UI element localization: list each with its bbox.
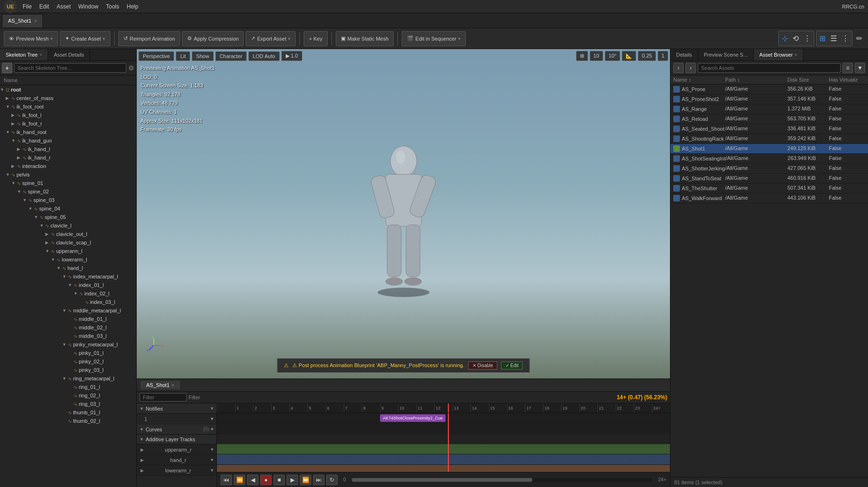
export-asset-button[interactable]: ↗ Export Asset ▾ — [246, 31, 296, 46]
tree-item[interactable]: ▼∿clavicle_l — [0, 221, 136, 230]
tree-item[interactable]: ▼∿ik_foot_root — [0, 102, 136, 111]
tree-item[interactable]: ▼∿ring_metacarpal_l — [0, 374, 136, 383]
tree-item[interactable]: ▶∿ik_foot_r — [0, 119, 136, 128]
tree-item[interactable]: ▼∿hand_l — [0, 264, 136, 272]
viewport-icon[interactable]: ⊞ — [818, 32, 827, 45]
curves-add-icon[interactable]: ▾ — [211, 426, 214, 432]
timeline-scroll-thumb[interactable] — [352, 478, 532, 482]
asset-row[interactable]: AS_ProneShot2/All/Game357.146 KiBFalse — [670, 94, 868, 104]
settings-icon[interactable]: ⋮ — [802, 32, 813, 45]
asset-row[interactable]: AS_Shot1/All/Game249.125 KiBFalse — [670, 144, 868, 154]
tree-item[interactable]: ▶∿ik_hand_r — [0, 153, 136, 162]
grid-angle-value[interactable]: 10° — [605, 51, 620, 61]
asset-row[interactable]: AS_Seated_Shoot/All/Game336.481 KiBFalse — [670, 124, 868, 134]
select-mode-icon[interactable]: ⊹ — [780, 32, 790, 45]
play-back-button[interactable]: ◀ — [247, 475, 258, 485]
tree-item[interactable]: ▼⊡root — [0, 85, 136, 94]
preview-mesh-button[interactable]: 👁 Preview Mesh ▾ — [4, 31, 58, 46]
asset-browser-close[interactable]: × — [794, 52, 797, 57]
tree-item[interactable]: ∿middle_01_l — [0, 315, 136, 323]
play-button[interactable]: ▶ — [287, 475, 298, 485]
asset-row[interactable]: AS_ShotterJerking/All/Game427.065 KiBFal… — [670, 164, 868, 174]
tree-item[interactable]: ▶∿clavicle_scap_l — [0, 238, 136, 247]
tree-item[interactable]: ▼∿middle_metacarpal_l — [0, 306, 136, 315]
asset-row[interactable]: AS_Reload/All/Game563.705 KiBFalse — [670, 114, 868, 124]
asset-view-options[interactable]: ≡ — [843, 63, 853, 73]
tree-item[interactable]: ▼∿ik_hand_gun — [0, 136, 136, 145]
nav-back-button[interactable]: ‹ — [673, 63, 684, 73]
col-virt[interactable]: Has Virtualiz — [829, 77, 865, 83]
details-tab[interactable]: Details — [670, 49, 698, 60]
asset-row[interactable]: AS_TheShutter/All/Game507.341 KiBFalse — [670, 184, 868, 193]
scale-value[interactable]: 0.25 — [638, 51, 655, 61]
tree-item[interactable]: ▼∿ik_hand_root — [0, 128, 136, 136]
asset-row[interactable]: AS_StandToSeat/All/Game460.916 KiBFalse — [670, 174, 868, 184]
tree-item[interactable]: ▼∿index_metacarpal_l — [0, 272, 136, 281]
notifies-sub-btn[interactable]: ▾ — [211, 416, 214, 422]
track-lanes[interactable]: AK74ShotCloseProximity2_Cue — [217, 413, 670, 472]
character-button[interactable]: Character — [215, 51, 247, 61]
timeline-tab-close[interactable]: × — [172, 382, 174, 388]
tree-item[interactable]: ▶∿ik_foot_l — [0, 111, 136, 119]
notifies-header[interactable]: ▼ Notifies ▾ — [137, 403, 216, 414]
step-fwd-button[interactable]: ⏩ — [300, 475, 311, 485]
menu-help[interactable]: Help — [127, 3, 139, 10]
menu-tools[interactable]: Tools — [106, 3, 119, 10]
goto-start-button[interactable]: ⏮ — [221, 475, 232, 485]
menu-edit[interactable]: Edit — [39, 3, 49, 10]
add-bone-button[interactable]: + — [2, 63, 12, 73]
tree-item[interactable]: ∿thumb_02_l — [0, 417, 136, 425]
asset-tab-close[interactable]: × — [34, 18, 37, 24]
more-icon[interactable]: ⋮ — [840, 32, 851, 45]
tree-item[interactable]: ∿ring_01_l — [0, 383, 136, 391]
show-button[interactable]: Show — [192, 51, 214, 61]
tree-item[interactable]: ▼∿spine_05 — [0, 213, 136, 221]
edit-in-sequencer-button[interactable]: 🎬 Edit in Sequencer ▾ — [402, 31, 466, 46]
edit-warning-button[interactable]: ✓ Edit — [501, 361, 523, 369]
grid-size-value[interactable]: 10 — [590, 51, 603, 61]
create-asset-button[interactable]: ✦ Create Asset ▾ — [60, 31, 110, 46]
asset-filter-button[interactable]: ▼ — [855, 63, 865, 73]
tree-item[interactable]: ▼∿lowerarm_l — [0, 255, 136, 264]
tree-item[interactable]: ▶∿interaction — [0, 162, 136, 170]
skeleton-tree-close[interactable]: × — [40, 52, 42, 57]
asset-tab[interactable]: AS_Shot1 × — [2, 14, 43, 27]
additive-layer-header[interactable]: ▼ Additive Layer Tracks — [137, 435, 216, 445]
lod-auto-button[interactable]: LOD Auto — [248, 51, 280, 61]
record-button[interactable]: ● — [260, 475, 272, 485]
tree-item[interactable]: ▶∿clavicle_out_l — [0, 230, 136, 238]
lit-button[interactable]: Lit — [176, 51, 190, 61]
preview-scene-tab[interactable]: Preview Scene S... — [698, 49, 754, 60]
tree-item[interactable]: ∿pinky_01_l — [0, 349, 136, 357]
track-hand-expand[interactable]: ▶ — [141, 458, 144, 462]
timeline-ruler[interactable]: 123456789101112131415161718192021222324+ — [217, 403, 670, 413]
asset-row[interactable]: AS_Range/All/Game1.372 MiBFalse — [670, 104, 868, 114]
tree-item[interactable]: ▼∿upperarm_l — [0, 247, 136, 255]
tree-item[interactable]: ▼∿spine_03 — [0, 196, 136, 204]
skeleton-settings-icon[interactable]: ⚙ — [128, 64, 134, 72]
tree-item[interactable]: ∿ring_03_l — [0, 400, 136, 408]
step-back-button[interactable]: ⏪ — [234, 475, 245, 485]
timeline-scrollbar[interactable] — [352, 478, 653, 482]
perspective-button[interactable]: Perspective — [139, 51, 174, 61]
tree-item[interactable]: ∿ring_02_l — [0, 391, 136, 400]
tree-item[interactable]: ▼∿pelvis — [0, 170, 136, 179]
asset-row[interactable]: AS_ShotSeatingInt/All/Game263.949 KiBFal… — [670, 154, 868, 164]
track-lowerarm-expand[interactable]: ▶ — [141, 468, 144, 473]
transform-icon[interactable]: ⟲ — [791, 32, 801, 45]
viewport[interactable]: Perspective Lit Show Character LOD Auto … — [137, 49, 670, 378]
timeline-search-input[interactable] — [140, 393, 187, 402]
skeleton-search-input[interactable] — [14, 63, 126, 73]
disable-button[interactable]: ✕ Disable — [468, 361, 497, 369]
reimport-button[interactable]: ↺ Reimport Animation — [118, 31, 180, 46]
tree-item[interactable]: ∿index_03_l — [0, 298, 136, 306]
tree-item[interactable]: ▼∿spine_01 — [0, 179, 136, 187]
asset-browser-tab[interactable]: Asset Browser × — [754, 49, 803, 60]
tree-item[interactable]: ▶∿center_of_mass — [0, 94, 136, 102]
list-icon[interactable]: ☰ — [828, 32, 839, 45]
tree-item[interactable]: ∿middle_03_l — [0, 332, 136, 340]
asset-row[interactable]: AS_Prone/All/Game356.26 KiBFalse — [670, 84, 868, 94]
menu-asset[interactable]: Asset — [57, 3, 71, 10]
col-name[interactable]: Name ↕ — [673, 77, 725, 83]
tree-item[interactable]: ▼∿spine_04 — [0, 204, 136, 213]
